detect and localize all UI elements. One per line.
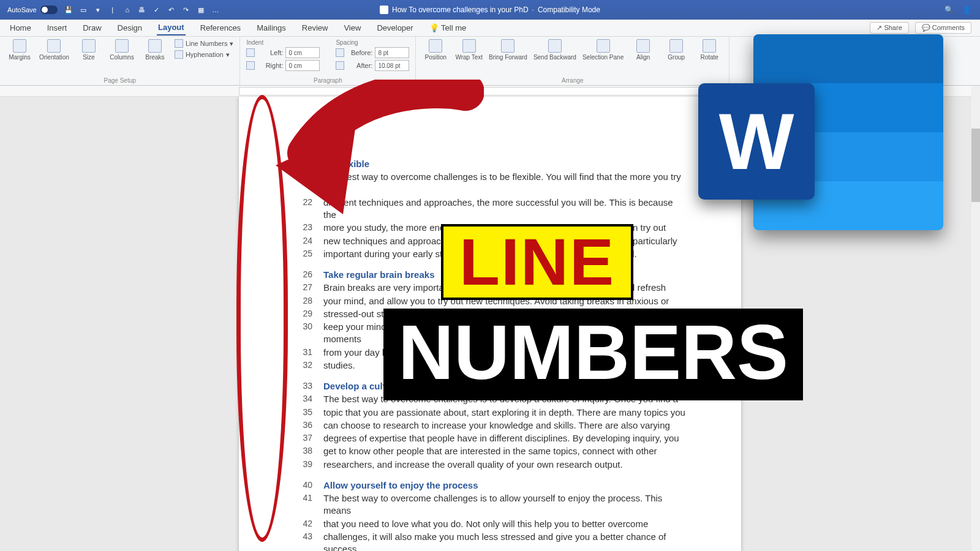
bring-forward-button[interactable]: Bring Forward [489,39,527,61]
document-line: 21The best way to overcome challenges is… [294,171,686,196]
wrap-icon [462,39,476,53]
rotate-icon [703,39,716,53]
quick-access-toolbar: 💾 ▭ ▾ | ⌂ 🖶 ✓ ↶ ↷ ▦ … [64,5,221,15]
hyphenation-label: Hyphenation [186,51,224,58]
table-icon[interactable]: ▦ [196,5,206,15]
paragraph-text[interactable]: topic that you are passionate about, sta… [323,407,686,419]
orientation-button[interactable]: Orientation [39,39,69,61]
spacing-after-input[interactable]: 10.08 pt [375,60,409,71]
tab-view[interactable]: View [342,21,362,35]
tab-developer[interactable]: Developer [375,21,414,35]
tab-draw[interactable]: Draw [81,21,102,35]
line-number: 35 [294,407,312,419]
comments-label: Comments [932,24,965,31]
vertical-scrollbar[interactable] [971,86,980,551]
line-number: 30 [294,321,312,346]
more-icon[interactable]: … [211,5,221,15]
send-backward-button[interactable]: Send Backward [533,39,576,61]
rotate-button[interactable]: Rotate [696,39,723,61]
indent-left-row: Left:0 cm [246,47,320,58]
doc-mode-sep: · [532,6,534,14]
tab-layout[interactable]: Layout [157,20,186,36]
line-numbers-button[interactable]: Line Numbers ▾ [175,39,233,48]
wrap-label: Wrap Text [455,54,483,61]
paragraph-heading[interactable]: Be flexible [323,158,686,170]
save-icon[interactable]: 💾 [64,5,74,15]
paragraph-text[interactable]: researchers, and increase the overall qu… [323,459,686,471]
share-button[interactable]: ↗ Share [870,22,908,34]
open-icon[interactable]: ▾ [93,5,103,15]
paragraph-text[interactable]: that you need to love what you do. Not o… [323,518,686,530]
align-icon [636,39,650,53]
tab-home[interactable]: Home [9,21,32,35]
tab-insert[interactable]: Insert [46,21,69,35]
columns-label: Columns [110,54,134,61]
document-line: 38get to know other people that are inte… [294,445,686,457]
scrollbar-thumb[interactable] [971,129,980,202]
undo-icon[interactable]: ↶ [167,5,176,15]
line-numbers-label: Line Numbers [186,40,227,47]
send-backward-icon [548,39,562,53]
paragraph-text[interactable]: The best way to overcome challenges is t… [323,171,686,196]
divider-icon: | [108,5,118,15]
spelling-icon[interactable]: ✓ [152,5,162,15]
indent-right-label: Right: [257,62,283,69]
word-logo-badge: W [698,83,815,200]
document-line: 36can choose to research to increase you… [294,419,686,432]
group-page-setup: Margins Orientation Size Columns Breaks … [0,37,240,85]
new-icon[interactable]: ▭ [78,5,88,15]
hyphenation-button[interactable]: Hyphenation ▾ [175,50,233,59]
align-label: Align [636,54,650,61]
paragraph-text[interactable]: The best way to overcome challenges is t… [323,492,686,517]
tab-review[interactable]: Review [301,21,330,35]
tab-design[interactable]: Design [116,21,143,35]
paragraph-text[interactable]: get to know other people that are intere… [323,445,686,457]
print-icon[interactable]: 🖶 [137,5,147,15]
tellme-label: Tell me [441,23,466,32]
breaks-icon [148,39,162,53]
line-number: 21 [294,171,312,196]
position-button[interactable]: Position [422,39,449,61]
line-number: 38 [294,445,312,457]
paragraph-text[interactable]: degrees of expertise that people have in… [323,432,686,444]
paragraph-text[interactable]: challenges, it will also make you much l… [323,531,686,551]
indent-left-input[interactable]: 0 cm [285,47,320,58]
line-number: 37 [294,432,312,444]
hyphenation-icon [175,50,183,59]
redo-icon[interactable]: ↷ [181,5,191,15]
document-line: 22different techniques and approaches, t… [294,197,686,222]
size-label: Size [83,54,94,61]
breaks-button[interactable]: Breaks [141,39,168,61]
document-line: 37degrees of expertise that people have … [294,432,686,444]
margins-button[interactable]: Margins [6,39,33,61]
align-button[interactable]: Align [630,39,657,61]
paragraph-text[interactable] [323,471,686,479]
line-number [294,261,312,268]
group-button[interactable]: Group [663,39,690,61]
account-icon[interactable]: 👤 [962,6,971,14]
line-number: 26 [294,269,312,281]
search-icon[interactable]: 🔍 [944,6,954,14]
autosave-toggle[interactable]: AutoSave [7,6,58,14]
columns-button[interactable]: Columns [108,39,135,61]
selection-pane-button[interactable]: Selection Pane [582,39,624,61]
spacing-before-input[interactable]: 8 pt [375,47,409,58]
tab-tellme[interactable]: 💡 Tell me [428,21,468,35]
comments-button[interactable]: 💬 Comments [915,22,971,34]
line-number: 34 [294,393,312,405]
paragraph-text[interactable]: can choose to research to increase your … [323,419,686,432]
paragraph-text[interactable]: different techniques and approaches, the… [323,197,686,222]
paragraph-heading[interactable]: Allow yourself to enjoy the process [323,479,686,492]
size-icon [82,39,96,53]
group-icon [669,39,683,53]
home-icon[interactable]: ⌂ [123,5,132,15]
word-logo: W [753,34,943,230]
document-line: 42that you need to love what you do. Not… [294,518,686,530]
indent-right-input[interactable]: 0 cm [285,60,320,71]
doc-title-text: How To overcome challenges in your PhD [392,6,529,14]
tab-references[interactable]: References [199,21,242,35]
document-line [294,471,686,479]
wrap-text-button[interactable]: Wrap Text [455,39,483,61]
size-button[interactable]: Size [75,39,102,61]
tab-mailings[interactable]: Mailings [255,21,287,35]
